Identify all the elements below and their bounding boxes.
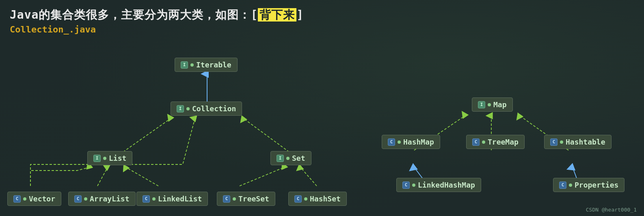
- label-hashset: HashSet: [310, 194, 341, 203]
- dot-arraylist: [84, 197, 87, 201]
- badge-class-linkedlist: C: [143, 195, 150, 203]
- node-linkedhashmap: C LinkedHashMap: [396, 178, 481, 192]
- title-prefix: Java的集合类很多，主要分为两大类，如图：[: [10, 8, 258, 22]
- dot-treemap: [482, 140, 485, 144]
- node-list: I List: [87, 151, 132, 165]
- dot-hashtable: [560, 140, 563, 144]
- title-highlight: 背下来: [258, 8, 296, 22]
- badge-class-hashset: C: [294, 195, 302, 203]
- node-set: I Set: [270, 151, 311, 165]
- header: Java的集合类很多，主要分为两大类，如图：[背下来] Collection_.…: [0, 0, 644, 37]
- badge-interface-collection: I: [177, 105, 184, 112]
- badge-interface-map: I: [478, 101, 485, 108]
- label-arraylist: ArrayList: [90, 194, 130, 203]
- svg-line-9: [300, 167, 317, 186]
- label-hashmap: HashMap: [403, 138, 434, 146]
- watermark: CSDN @heart000_1: [586, 207, 637, 213]
- svg-line-5: [244, 119, 292, 154]
- label-properties: Properties: [575, 181, 618, 189]
- subtitle: Collection_.java: [10, 24, 634, 35]
- svg-line-6: [97, 167, 108, 186]
- badge-interface-iterable: I: [181, 61, 188, 69]
- diagram-area: I Iterable I Collection I List I Set C V…: [0, 45, 644, 216]
- dot-linkedhashmap: [412, 184, 415, 187]
- svg-line-7: [126, 167, 158, 186]
- label-collection: Collection: [192, 104, 236, 113]
- node-iterable: I Iterable: [175, 58, 238, 72]
- badge-class-hashtable: C: [550, 138, 558, 146]
- node-hashset: C HashSet: [288, 192, 347, 206]
- badge-interface-set: I: [277, 155, 284, 162]
- label-hashtable: Hashtable: [566, 138, 605, 146]
- badge-class-hashmap: C: [388, 138, 395, 146]
- label-treeset: TreeSet: [238, 194, 269, 203]
- dot-properties: [569, 184, 572, 187]
- node-treemap: C TreeMap: [466, 135, 525, 149]
- dot-list: [103, 157, 106, 160]
- badge-class-treeset: C: [223, 195, 230, 203]
- node-collection: I Collection: [171, 102, 242, 116]
- label-list: List: [109, 154, 126, 162]
- dot-iterable: [190, 63, 194, 67]
- label-treemap: TreeMap: [488, 138, 519, 146]
- label-set: Set: [292, 154, 305, 162]
- node-hashtable: C Hashtable: [544, 135, 612, 149]
- dot-treeset: [233, 197, 236, 201]
- svg-line-8: [240, 167, 284, 186]
- node-map: I Map: [472, 97, 513, 112]
- dot-hashmap: [398, 140, 401, 144]
- badge-class-treemap: C: [472, 138, 480, 146]
- dot-collection: [186, 107, 190, 110]
- node-properties: C Properties: [553, 178, 625, 192]
- label-vector: Vector: [29, 194, 55, 203]
- node-arraylist: C ArrayList: [68, 192, 136, 206]
- label-iterable: Iterable: [196, 60, 231, 69]
- node-vector: C Vector: [7, 192, 61, 206]
- svg-line-4: [120, 119, 171, 154]
- dot-hashset: [304, 197, 307, 201]
- badge-class-arraylist: C: [74, 195, 82, 203]
- title-suffix: ]: [296, 8, 304, 22]
- node-treeset: C TreeSet: [217, 192, 275, 206]
- label-linkedhashmap: LinkedHashMap: [418, 181, 475, 189]
- badge-class-vector: C: [13, 195, 21, 203]
- dot-set: [286, 157, 290, 160]
- label-map: Map: [493, 100, 507, 109]
- main-title: Java的集合类很多，主要分为两大类，如图：[背下来]: [10, 7, 634, 23]
- node-linkedlist: C LinkedList: [136, 192, 208, 206]
- label-linkedlist: LinkedList: [158, 194, 202, 203]
- badge-interface-list: I: [93, 155, 101, 162]
- arrows-svg: [0, 45, 644, 216]
- badge-class-linkedhashmap: C: [402, 181, 410, 189]
- node-hashmap: C HashMap: [382, 135, 440, 149]
- dot-linkedlist: [152, 197, 156, 201]
- dot-vector: [23, 197, 26, 201]
- badge-class-properties: C: [559, 181, 566, 189]
- dot-map: [488, 103, 491, 106]
